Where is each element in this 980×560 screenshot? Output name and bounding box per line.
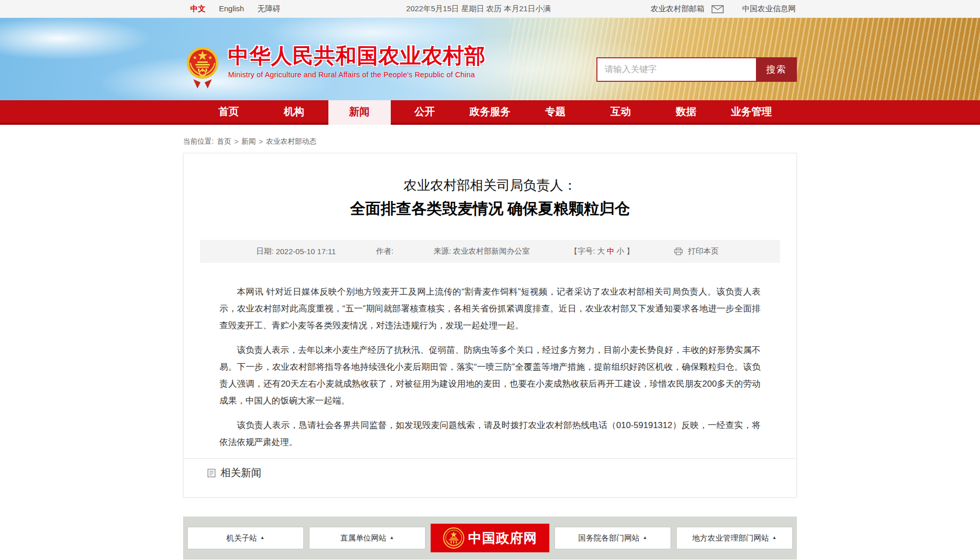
nav-item-organization[interactable]: 机构 bbox=[263, 100, 325, 125]
font-size-large-button[interactable]: 大 bbox=[597, 247, 605, 256]
article-card: 农业农村部相关司局负责人： 全面排查各类毁麦情况 确保夏粮颗粒归仓 日期: 20… bbox=[183, 153, 797, 498]
article-paragraph: 该负责人表示，恳请社会各界共同监督，如发现毁麦问题线索，请及时拨打农业农村部热线… bbox=[219, 417, 761, 451]
mailbox-link[interactable]: 农业农村部邮箱 bbox=[651, 4, 704, 14]
related-news-icon bbox=[207, 468, 216, 478]
breadcrumb-separator: > bbox=[259, 138, 263, 146]
caret-up-icon: ▲ bbox=[772, 535, 777, 540]
nav-item-news[interactable]: 新闻 bbox=[328, 100, 391, 125]
article-title-line1: 农业农村部相关司局负责人： bbox=[184, 177, 796, 194]
breadcrumb-link-home[interactable]: 首页 bbox=[217, 137, 231, 146]
nav-item-gov-services[interactable]: 政务服务 bbox=[459, 100, 521, 125]
footer-affiliated-sites-button[interactable]: 直属单位网站 ▲ bbox=[309, 527, 426, 549]
footer-sub-sites-button[interactable]: 机关子站 ▲ bbox=[187, 527, 304, 549]
article-paragraph: 该负责人表示，去年以来小麦生产经历了抗秋汛、促弱苗、防病虫等多个关口，经过多方努… bbox=[219, 342, 761, 409]
main-nav: 首页 机构 新闻 公开 政务服务 专题 互动 数据 业务管理 bbox=[0, 100, 980, 125]
nav-item-home[interactable]: 首页 bbox=[197, 100, 260, 125]
accessibility-link[interactable]: 无障碍 bbox=[257, 4, 280, 14]
footer-link-bar: 机关子站 ▲ 直属单位网站 ▲ bbox=[183, 517, 797, 559]
lang-en-link[interactable]: English bbox=[219, 4, 244, 14]
language-switcher: 中文 English 无障碍 bbox=[183, 4, 280, 14]
nav-item-interaction[interactable]: 互动 bbox=[590, 100, 652, 125]
caret-up-icon: ▲ bbox=[260, 535, 265, 540]
header-banner: 中华人民共和国农业农村部 Ministry of Agriculture and… bbox=[0, 18, 980, 100]
site-title: 中华人民共和国农业农村部 bbox=[228, 44, 486, 67]
breadcrumb-separator: > bbox=[234, 138, 238, 146]
breadcrumb-prefix: 当前位置: bbox=[183, 137, 214, 146]
agri-info-site-link[interactable]: 中国农业信息网 bbox=[742, 4, 796, 14]
article-paragraph: 本网讯 针对近日媒体反映个别地方毁麦开工及网上流传的“割青麦作饲料”短视频，记者… bbox=[219, 283, 761, 334]
lang-zh-link[interactable]: 中文 bbox=[190, 4, 206, 14]
meta-source-value: 农业农村部新闻办公室 bbox=[453, 247, 530, 256]
font-size-small-button[interactable]: 小 bbox=[616, 247, 624, 256]
font-size-switcher: 【字号: 大 中 小 】 bbox=[570, 247, 634, 256]
footer-local-agri-depts-button[interactable]: 地方农业管理部门网站 ▲ bbox=[676, 527, 793, 549]
breadcrumb-link-news[interactable]: 新闻 bbox=[241, 137, 256, 146]
site-subtitle: Ministry of Agriculture and Rural Affair… bbox=[228, 71, 486, 79]
article-body: 本网讯 针对近日媒体反映个别地方毁麦开工及网上流传的“割青麦作饲料”短视频，记者… bbox=[184, 283, 796, 451]
caret-up-icon: ▲ bbox=[390, 535, 394, 540]
search-button[interactable]: 搜索 bbox=[756, 57, 797, 82]
print-page-button[interactable]: 打印本页 bbox=[674, 247, 719, 256]
date-text: 2022年5月15日 星期日 农历 本月21日小满 bbox=[406, 4, 551, 14]
footer-state-council-depts-button[interactable]: 国务院各部门网站 ▲ bbox=[554, 527, 671, 549]
font-size-medium-button[interactable]: 中 bbox=[607, 247, 614, 256]
gov-emblem-icon bbox=[443, 527, 464, 549]
print-icon bbox=[674, 248, 683, 255]
related-news-title: 相关新闻 bbox=[220, 466, 261, 480]
caret-up-icon: ▲ bbox=[643, 535, 648, 540]
search-input[interactable] bbox=[596, 57, 756, 82]
utility-topbar: 中文 English 无障碍 2022年5月15日 星期日 农历 本月21日小满… bbox=[0, 0, 980, 18]
footer-gov-site-link[interactable]: 中国政府网 bbox=[431, 524, 549, 552]
nav-item-topics[interactable]: 专题 bbox=[524, 100, 587, 125]
national-emblem-logo bbox=[186, 39, 219, 91]
article-title-line2: 全面排查各类毁麦情况 确保夏粮颗粒归仓 bbox=[184, 199, 796, 218]
meta-date-value: 2022-05-10 17:11 bbox=[276, 247, 336, 256]
meta-date: 日期: 2022-05-10 17:11 bbox=[256, 247, 336, 256]
nav-item-data[interactable]: 数据 bbox=[655, 100, 717, 125]
nav-item-business-management[interactable]: 业务管理 bbox=[720, 100, 783, 125]
breadcrumb: 当前位置: 首页 > 新闻 > 农业农村部动态 bbox=[183, 137, 797, 146]
meta-author: 作者: bbox=[376, 247, 393, 256]
breadcrumb-link-dynamics[interactable]: 农业农村部动态 bbox=[266, 137, 316, 146]
mail-icon[interactable] bbox=[711, 5, 724, 13]
search-bar: 搜索 bbox=[596, 57, 797, 82]
meta-source: 来源: 农业农村部新闻办公室 bbox=[434, 247, 530, 256]
article-meta-bar: 日期: 2022-05-10 17:11 作者: 来源: 农业农村部新闻办公室 … bbox=[200, 240, 780, 263]
related-news-section: 相关新闻 bbox=[184, 458, 796, 497]
nav-item-disclosure[interactable]: 公开 bbox=[393, 100, 456, 125]
